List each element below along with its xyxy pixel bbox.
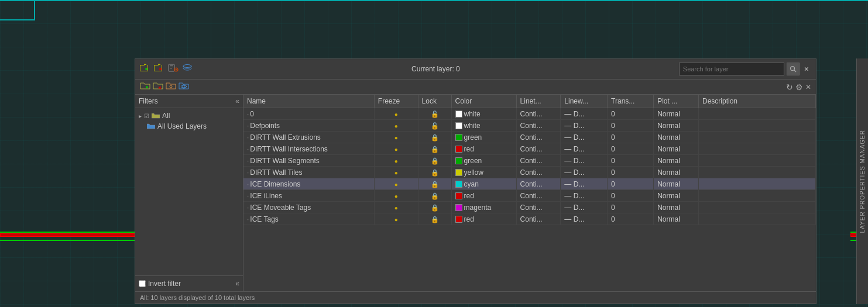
layer-linetype-cell[interactable]: Conti... bbox=[516, 202, 561, 213]
layer-plot-cell[interactable]: Normal bbox=[654, 202, 699, 213]
layer-linetype-cell[interactable]: Conti... bbox=[516, 132, 561, 143]
layer-linetype-cell[interactable]: Conti... bbox=[516, 190, 561, 202]
table-row[interactable]: ·ICE Moveable Tags●🔒magentaConti...— D..… bbox=[243, 202, 816, 213]
layer-freeze-cell[interactable]: ● bbox=[374, 167, 418, 178]
layer-linetype-cell[interactable]: Conti... bbox=[516, 155, 561, 167]
th-lock[interactable]: Lock bbox=[418, 95, 451, 108]
layer-lock-cell[interactable]: 🔒 bbox=[418, 190, 451, 202]
table-row[interactable]: ·ICE Dimensions●🔒cyanConti...— D...0Norm… bbox=[243, 178, 816, 190]
layer-linetype-cell[interactable]: Conti... bbox=[516, 108, 561, 120]
layer-name-cell[interactable]: ·ICE iLines bbox=[243, 190, 374, 202]
layer-lock-cell[interactable]: 🔒 bbox=[418, 178, 451, 190]
invert-filter-checkbox[interactable] bbox=[139, 280, 146, 287]
th-linetype[interactable]: Linet... bbox=[516, 95, 561, 108]
layer-transparency-cell[interactable]: 0 bbox=[608, 178, 654, 190]
layer-freeze-cell[interactable]: ● bbox=[374, 213, 418, 225]
layer-lock-cell[interactable]: 🔒 bbox=[418, 202, 451, 213]
layer-name-cell[interactable]: ·DIRTT Wall Extrusions bbox=[243, 132, 374, 143]
layer-description-cell[interactable] bbox=[699, 120, 816, 132]
layer-plot-cell[interactable]: Normal bbox=[654, 120, 699, 132]
layer-transparency-cell[interactable]: 0 bbox=[608, 167, 654, 178]
folder2-icon[interactable] bbox=[153, 81, 163, 92]
layer-color-cell[interactable]: red bbox=[451, 143, 516, 155]
layer-description-cell[interactable] bbox=[699, 155, 816, 167]
layer-plot-cell[interactable]: Normal bbox=[654, 213, 699, 225]
layer-transparency-cell[interactable]: 0 bbox=[608, 143, 654, 155]
layer-lock-cell[interactable]: 🔒 bbox=[418, 167, 451, 178]
th-lineweight[interactable]: Linew... bbox=[561, 95, 608, 108]
th-color[interactable]: Color bbox=[451, 95, 516, 108]
th-plot[interactable]: Plot ... bbox=[654, 95, 699, 108]
layer-color-cell[interactable]: red bbox=[451, 190, 516, 202]
expand-icon[interactable]: ✕ bbox=[805, 83, 811, 91]
layer-plot-cell[interactable]: Normal bbox=[654, 155, 699, 167]
layer-color-cell[interactable]: green bbox=[451, 132, 516, 143]
layer-linetype-cell[interactable]: Conti... bbox=[516, 120, 561, 132]
table-row[interactable]: ·DIRTT Wall Tiles●🔒yellowConti...— D...0… bbox=[243, 167, 816, 178]
layer-freeze-cell[interactable]: ● bbox=[374, 190, 418, 202]
layer-properties-manager-handle[interactable]: LAYER PROPERTIES MANAGER bbox=[856, 58, 868, 304]
close-button[interactable]: × bbox=[802, 64, 811, 74]
layer-color-cell[interactable]: white bbox=[451, 108, 516, 120]
layer-description-cell[interactable] bbox=[699, 202, 816, 213]
layer-state-icon[interactable] bbox=[168, 63, 179, 75]
layer-plot-cell[interactable]: Normal bbox=[654, 108, 699, 120]
layer-description-cell[interactable] bbox=[699, 167, 816, 178]
layer-transparency-cell[interactable]: 0 bbox=[608, 108, 654, 120]
layer-lineweight-cell[interactable]: — D... bbox=[561, 143, 608, 155]
settings-icon[interactable] bbox=[166, 81, 176, 92]
layer-transparency-cell[interactable]: 0 bbox=[608, 190, 654, 202]
th-freeze[interactable]: Freeze bbox=[374, 95, 418, 108]
filters-collapse-button[interactable]: « bbox=[235, 97, 239, 105]
layer-description-cell[interactable] bbox=[699, 108, 816, 120]
layer-name-cell[interactable]: ·DIRTT Wall Segments bbox=[243, 155, 374, 167]
layer-description-cell[interactable] bbox=[699, 143, 816, 155]
layer-lineweight-cell[interactable]: — D... bbox=[561, 108, 608, 120]
table-row[interactable]: ·0●🔓whiteConti...— D...0Normal bbox=[243, 108, 816, 120]
layer-lineweight-cell[interactable]: — D... bbox=[561, 132, 608, 143]
table-row[interactable]: ·ICE iLines●🔒redConti...— D...0Normal bbox=[243, 190, 816, 202]
table-row[interactable]: ·DIRTT Wall Extrusions●🔒greenConti...— D… bbox=[243, 132, 816, 143]
layers-table-container[interactable]: Name Freeze Lock Color Linet... Linew...… bbox=[243, 95, 816, 291]
th-transparency[interactable]: Trans... bbox=[608, 95, 654, 108]
layer-lineweight-cell[interactable]: — D... bbox=[561, 167, 608, 178]
layer-lock-cell[interactable]: 🔒 bbox=[418, 213, 451, 225]
layer-color-cell[interactable]: red bbox=[451, 213, 516, 225]
settings-gear-icon[interactable]: ⚙ bbox=[795, 82, 803, 92]
layer-name-cell[interactable]: ·0 bbox=[243, 108, 374, 120]
delete-layer-icon[interactable] bbox=[154, 63, 164, 75]
layer-plot-cell[interactable]: Normal bbox=[654, 143, 699, 155]
layer-name-cell[interactable]: ·DIRTT Wall Tiles bbox=[243, 167, 374, 178]
th-description[interactable]: Description bbox=[699, 95, 816, 108]
th-name[interactable]: Name bbox=[243, 95, 374, 108]
layer-plot-cell[interactable]: Normal bbox=[654, 190, 699, 202]
layer-freeze-cell[interactable]: ● bbox=[374, 120, 418, 132]
layer-color-cell[interactable]: yellow bbox=[451, 167, 516, 178]
layer-transparency-cell[interactable]: 0 bbox=[608, 202, 654, 213]
layer-color-cell[interactable]: cyan bbox=[451, 178, 516, 190]
layer-description-cell[interactable] bbox=[699, 178, 816, 190]
layer-transparency-cell[interactable]: 0 bbox=[608, 155, 654, 167]
layer-lineweight-cell[interactable]: — D... bbox=[561, 202, 608, 213]
layer-linetype-cell[interactable]: Conti... bbox=[516, 167, 561, 178]
layer-freeze-cell[interactable]: ● bbox=[374, 155, 418, 167]
layer-plot-cell[interactable]: Normal bbox=[654, 178, 699, 190]
filter-item-all[interactable]: ▸ ☑ All bbox=[138, 111, 241, 121]
layer-plot-cell[interactable]: Normal bbox=[654, 167, 699, 178]
table-row[interactable]: ·Defpoints●🔓whiteConti...— D...0Normal bbox=[243, 120, 816, 132]
layer-freeze-cell[interactable]: ● bbox=[374, 108, 418, 120]
table-row[interactable]: ·ICE Tags●🔒redConti...— D...0Normal bbox=[243, 213, 816, 225]
layer-freeze-cell[interactable]: ● bbox=[374, 202, 418, 213]
layer-freeze-cell[interactable]: ● bbox=[374, 178, 418, 190]
layer-lineweight-cell[interactable]: — D... bbox=[561, 213, 608, 225]
layer-transparency-cell[interactable]: 0 bbox=[608, 132, 654, 143]
layer-lock-cell[interactable]: 🔒 bbox=[418, 143, 451, 155]
filter-item-all-used[interactable]: All Used Layers bbox=[138, 121, 241, 132]
layer-color-cell[interactable]: green bbox=[451, 155, 516, 167]
layer-lineweight-cell[interactable]: — D... bbox=[561, 190, 608, 202]
layer-name-cell[interactable]: ·ICE Moveable Tags bbox=[243, 202, 374, 213]
layer-linetype-cell[interactable]: Conti... bbox=[516, 178, 561, 190]
layer-transparency-cell[interactable]: 0 bbox=[608, 213, 654, 225]
layer-description-cell[interactable] bbox=[699, 132, 816, 143]
folder-icon[interactable] bbox=[140, 81, 150, 92]
